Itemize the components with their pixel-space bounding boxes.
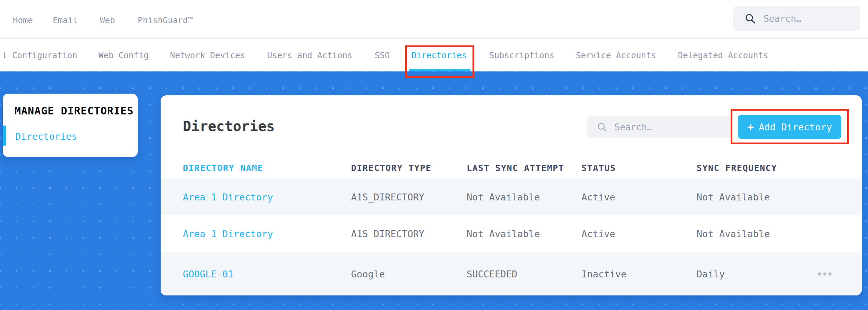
status-cell: Active xyxy=(581,228,615,239)
directory-name-link[interactable]: GOOGLE-01 xyxy=(183,268,233,279)
topnav-item-web[interactable]: Web xyxy=(100,0,115,39)
column-header-directory-name: DIRECTORY NAME xyxy=(183,158,263,179)
plus-icon: + xyxy=(747,121,754,132)
subnav-item-delegated-accounts[interactable]: Delegated Accounts xyxy=(678,39,768,71)
topnav-item-phishguard[interactable]: PhishGuard™ xyxy=(138,0,193,39)
subnav-item-directories[interactable]: Directories xyxy=(411,39,467,71)
subnav-item-email-configuration[interactable]: l Configuration xyxy=(2,39,77,71)
subnav-item-web-config[interactable]: Web Config xyxy=(99,39,149,71)
subnav-item-subscriptions[interactable]: Subscriptions xyxy=(489,39,554,71)
manage-directories-title: MANAGE DIRECTORIES xyxy=(15,105,134,117)
row-actions-ellipsis-icon[interactable] xyxy=(815,269,835,279)
topnav-item-home[interactable]: Home xyxy=(13,0,33,39)
table-header: DIRECTORY NAME DIRECTORY TYPE LAST SYNC … xyxy=(161,158,862,179)
directory-type-cell: A1S_DIRECTORY xyxy=(351,228,424,239)
directory-type-cell: Google xyxy=(351,268,385,279)
active-tab-underline xyxy=(409,69,470,71)
frequency-cell: Daily xyxy=(697,268,725,279)
subnav-item-network-devices[interactable]: Network Devices xyxy=(170,39,245,71)
topnav-item-email[interactable]: Email xyxy=(53,0,78,39)
search-icon xyxy=(597,122,607,132)
directory-name-link[interactable]: Area 1 Directory xyxy=(183,191,273,202)
directories-search[interactable] xyxy=(587,116,732,138)
directories-panel: Directories + Add Directory DIRECTORY NA… xyxy=(161,95,862,295)
frequency-cell: Not Available xyxy=(697,191,770,202)
status-cell: Inactive xyxy=(581,268,627,279)
table-row: GOOGLE-01 Google SUCCEEDED Inactive Dail… xyxy=(161,252,862,295)
column-header-sync-frequency: SYNC FREQUENCY xyxy=(697,158,777,179)
frequency-cell: Not Available xyxy=(697,228,770,239)
subnav-item-users-and-actions[interactable]: Users and Actions xyxy=(267,39,352,71)
subnav-item-sso[interactable]: SSO xyxy=(375,39,390,71)
sub-nav: l Configuration Web Config Network Devic… xyxy=(0,39,868,71)
last-sync-cell: Not Available xyxy=(467,228,540,239)
sidebar-item-directories[interactable]: Directories xyxy=(15,131,77,142)
last-sync-cell: SUCCEEDED xyxy=(467,268,517,279)
column-header-last-sync-attempt: LAST SYNC ATTEMPT xyxy=(467,158,564,179)
status-cell: Active xyxy=(581,191,615,202)
directory-name-link[interactable]: Area 1 Directory xyxy=(183,228,273,239)
add-directory-button[interactable]: + Add Directory xyxy=(738,115,841,139)
directory-type-cell: A1S_DIRECTORY xyxy=(351,191,424,202)
page-title: Directories xyxy=(183,118,275,134)
global-search-input[interactable] xyxy=(764,14,850,24)
column-header-status: STATUS xyxy=(581,158,616,179)
column-header-directory-type: DIRECTORY TYPE xyxy=(351,158,432,179)
table-row: Area 1 Directory A1S_DIRECTORY Not Avail… xyxy=(161,215,862,252)
active-item-accent-bar xyxy=(3,126,6,146)
add-directory-label: Add Directory xyxy=(759,122,832,132)
manage-directories-card: MANAGE DIRECTORIES Directories xyxy=(3,94,138,157)
directories-search-input[interactable] xyxy=(614,122,718,132)
last-sync-cell: Not Available xyxy=(467,191,540,202)
table-row: Area 1 Directory A1S_DIRECTORY Not Avail… xyxy=(161,179,862,215)
global-search[interactable] xyxy=(733,6,860,31)
search-icon xyxy=(745,13,756,24)
subnav-item-service-accounts[interactable]: Service Accounts xyxy=(576,39,656,71)
top-bar: Home Email Web PhishGuard™ xyxy=(0,0,868,39)
